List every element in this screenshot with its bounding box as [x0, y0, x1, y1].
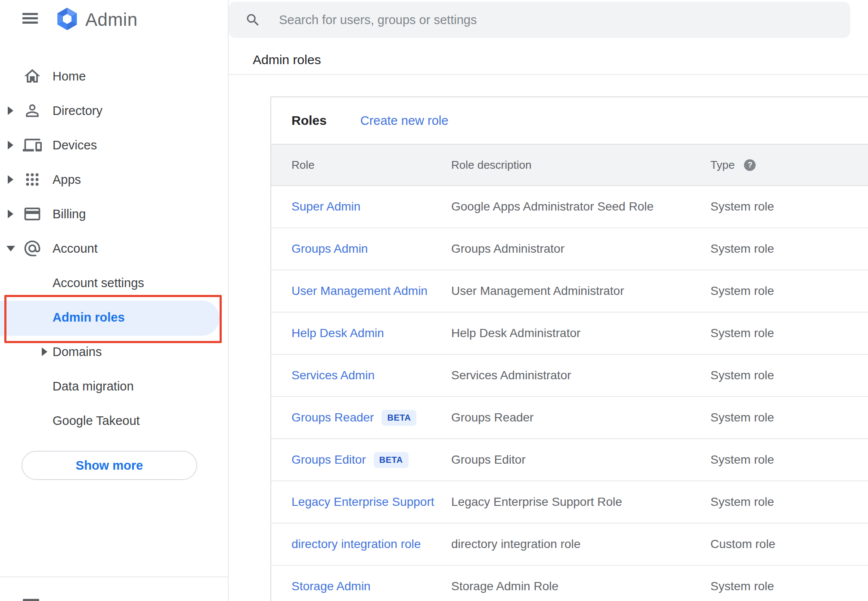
sidebar: Admin Home Directory Devices	[0, 0, 228, 601]
sidebar-item-label: Billing	[53, 207, 86, 221]
roles-card: Roles Create new role Role Role descript…	[270, 96, 868, 601]
table-row[interactable]: directory integration role directory int…	[271, 524, 868, 566]
table-row[interactable]: Groups Reader BETA Groups Reader System …	[271, 397, 868, 439]
at-sign-icon	[23, 239, 42, 258]
sidebar-item-label: Admin roles	[53, 310, 125, 325]
menu-icon[interactable]	[22, 13, 38, 24]
table-header: Role Role description Type ?	[271, 144, 868, 186]
credit-card-icon	[23, 204, 42, 223]
search-icon	[245, 12, 261, 28]
sidebar-item-label: Google Takeout	[53, 414, 140, 428]
role-link[interactable]: Legacy Enterprise Support	[291, 495, 451, 509]
column-type: Type ?	[710, 158, 868, 172]
search-placeholder: Search for users, groups or settings	[279, 13, 477, 27]
beta-badge: BETA	[374, 452, 409, 468]
show-more-button[interactable]: Show more	[22, 451, 197, 480]
role-link[interactable]: User Management Admin	[291, 284, 451, 298]
admin-console: Admin Home Directory Devices	[0, 0, 868, 601]
role-link[interactable]: Groups Admin	[291, 242, 451, 256]
expand-right-icon[interactable]	[42, 347, 47, 356]
expand-down-icon[interactable]	[6, 246, 15, 251]
sidebar-border	[228, 0, 229, 601]
sidebar-item-google-takeout[interactable]: Google Takeout	[0, 403, 228, 438]
beta-badge: BETA	[381, 410, 416, 426]
table-row[interactable]: Storage Admin Storage Admin Role System …	[271, 566, 868, 601]
sidebar-item-home[interactable]: Home	[0, 59, 228, 93]
expand-right-icon[interactable]	[8, 210, 13, 218]
expand-right-icon[interactable]	[8, 141, 13, 149]
column-role-description: Role description	[451, 158, 710, 172]
role-link[interactable]: directory integration role	[291, 537, 451, 551]
role-link[interactable]: Groups Reader BETA	[291, 410, 451, 426]
sidebar-item-devices[interactable]: Devices	[0, 128, 228, 162]
card-title: Roles	[291, 113, 327, 128]
apps-icon	[23, 170, 42, 189]
table-row[interactable]: Services Admin Services Administrator Sy…	[271, 355, 868, 397]
sidebar-item-billing[interactable]: Billing	[0, 197, 228, 231]
sidebar-item-label: Account settings	[53, 276, 144, 290]
create-new-role-link[interactable]: Create new role	[360, 114, 449, 128]
clipped-sidebar-icon	[23, 599, 39, 601]
table-row[interactable]: Help Desk Admin Help Desk Administrator …	[271, 313, 868, 355]
breadcrumb: Admin roles	[253, 53, 321, 67]
sidebar-item-domains[interactable]: Domains	[0, 335, 228, 369]
person-icon	[23, 101, 42, 120]
header-divider	[229, 74, 868, 75]
role-link[interactable]: Services Admin	[291, 369, 451, 382]
app-title: Admin	[85, 9, 138, 30]
sidebar-item-directory[interactable]: Directory	[0, 93, 228, 128]
role-link[interactable]: Help Desk Admin	[291, 326, 451, 340]
role-link[interactable]: Super Admin	[291, 200, 451, 214]
card-header: Roles Create new role	[271, 97, 868, 144]
sidebar-item-label: Domains	[53, 345, 102, 359]
sidebar-item-label: Home	[53, 69, 86, 84]
sidebar-item-label: Apps	[53, 173, 81, 187]
brand-bar: Admin	[0, 0, 228, 39]
table-row[interactable]: Groups Admin Groups Administrator System…	[271, 228, 868, 270]
sidebar-item-label: Directory	[53, 104, 102, 118]
column-role: Role	[291, 158, 451, 172]
role-link[interactable]: Groups Editor BETA	[291, 452, 451, 468]
table-row[interactable]: Groups Editor BETA Groups Editor System …	[271, 439, 868, 481]
help-icon[interactable]: ?	[744, 159, 756, 171]
main-content: Search for users, groups or settings Adm…	[229, 0, 868, 601]
search-bar[interactable]: Search for users, groups or settings	[229, 2, 850, 38]
role-link[interactable]: Storage Admin	[291, 579, 451, 593]
sidebar-item-data-migration[interactable]: Data migration	[0, 369, 228, 403]
sidebar-item-admin-roles[interactable]: Admin roles	[0, 300, 228, 335]
table-row[interactable]: Super Admin Google Apps Administrator Se…	[271, 186, 868, 228]
sidebar-item-apps[interactable]: Apps	[0, 162, 228, 197]
google-admin-logo	[55, 7, 79, 31]
sidebar-divider	[0, 576, 228, 577]
expand-right-icon[interactable]	[8, 175, 13, 184]
expand-right-icon[interactable]	[8, 106, 13, 115]
table-row[interactable]: Legacy Enterprise Support Legacy Enterpr…	[271, 481, 868, 524]
sidebar-item-label: Data migration	[53, 379, 134, 393]
sidebar-item-label: Devices	[53, 138, 97, 152]
sidebar-item-account[interactable]: Account	[0, 231, 228, 266]
sidebar-item-label: Account	[53, 242, 98, 256]
devices-icon	[23, 136, 42, 155]
table-row[interactable]: User Management Admin User Management Ad…	[271, 270, 868, 313]
home-icon	[23, 67, 42, 86]
sidebar-item-account-settings[interactable]: Account settings	[0, 266, 228, 300]
